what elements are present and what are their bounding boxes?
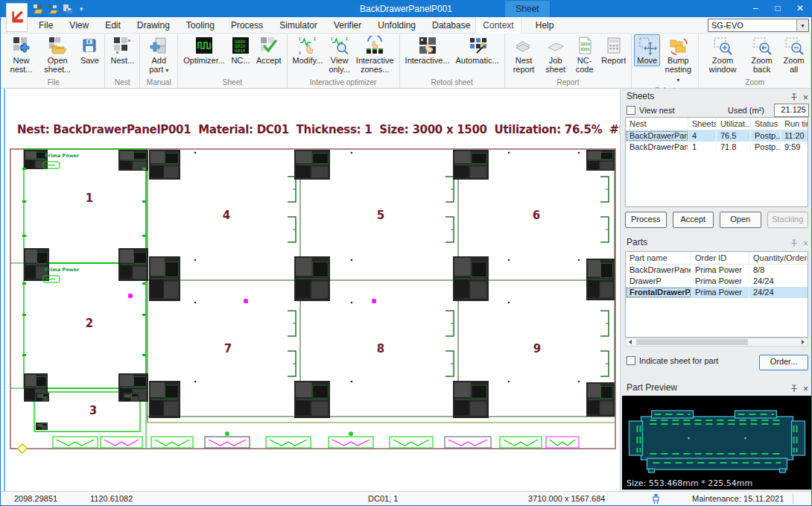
retool-interactive-icon [418, 36, 437, 55]
optimizer-icon [194, 36, 214, 55]
parts-table-row[interactable]: FrontalDrawerP... Prima Power 24/24 [626, 287, 808, 298]
zoom-window-button[interactable]: Zoom window [701, 34, 743, 76]
parts-table-hscrollbar[interactable] [625, 338, 808, 347]
menu-verifier[interactable]: Verifier [326, 17, 369, 34]
sheets-table-row[interactable]: BackDrawerPanel... 4 76.5 Postp... 11:20 [626, 130, 808, 142]
report-button[interactable]: Report [598, 34, 629, 66]
optimizer-button[interactable]: Optimizer... [180, 34, 228, 66]
parts-table-row[interactable]: BackDrawerPanelP Prima Power 8/8 [626, 265, 808, 276]
quick-access-toolbar: ▾ [32, 3, 83, 14]
sheets-table-header[interactable]: Nest Sheets Utilizat... Status Run time [626, 118, 808, 130]
menu-view[interactable]: View [61, 17, 97, 34]
view-only-button[interactable]: 12 View only... [326, 34, 353, 76]
minimize-button[interactable]: – [744, 1, 767, 17]
close-button[interactable]: ✕ [789, 1, 811, 17]
close-icon[interactable]: × [803, 93, 808, 102]
sheets-table[interactable]: Nest Sheets Utilizat... Status Run time … [625, 117, 808, 207]
nest-button[interactable]: Nest... [107, 34, 137, 66]
qat-nest-icon[interactable] [47, 3, 58, 14]
pin-icon[interactable] [790, 91, 798, 104]
nest-drawing[interactable]: 123456789Prima PowerPrima Power [5, 89, 620, 491]
retool-interactive-button[interactable]: Interactive... [402, 34, 453, 66]
pin-icon[interactable] [790, 237, 798, 250]
modify-button[interactable]: 123 Modify... [290, 34, 326, 66]
job-sheet-button[interactable]: Job sheet [541, 34, 571, 76]
close-icon[interactable]: × [803, 239, 808, 248]
nest-canvas-area[interactable]: 123456789Prima PowerPrima Power Nest: Ba… [4, 89, 620, 491]
qat-more-icon[interactable]: ▾ [80, 5, 83, 13]
accept-button[interactable]: Accept [253, 34, 285, 66]
new-nest-button[interactable]: New nest... [4, 34, 38, 76]
ribbon-group-sheet: Optimizer... G00XG02XG01X NC... Accept S… [178, 34, 287, 88]
nc-code-button[interactable]: 10100101 NC-code [571, 34, 598, 76]
svg-text:9: 9 [533, 342, 541, 355]
save-button[interactable]: Save [77, 34, 102, 66]
menu-edit[interactable]: Edit [97, 17, 129, 34]
indicate-sheet-checkbox[interactable] [627, 356, 635, 365]
svg-text:3: 3 [89, 404, 97, 417]
col-quantity[interactable]: Quantity/Ordered [749, 252, 808, 265]
close-icon[interactable]: × [803, 385, 808, 393]
zoom-back-button[interactable]: Zoom back [744, 34, 780, 76]
save-icon [80, 36, 99, 55]
col-order-id[interactable]: Order ID [691, 252, 749, 265]
col-sheets[interactable]: Sheets [688, 118, 717, 130]
qat-save-icon[interactable] [62, 3, 73, 14]
retool-automatic-button[interactable]: Automatic... [453, 34, 502, 66]
nc-button[interactable]: G00XG02XG01X NC... [228, 34, 253, 66]
parts-panel-header: Parts × [621, 235, 812, 249]
nest-report-button[interactable]: Nest report [507, 34, 541, 76]
open-sheet-button[interactable]: Open sheet... [38, 34, 77, 76]
nc-icon: G00XG02XG01X [231, 36, 250, 55]
col-nest[interactable]: Nest [626, 118, 688, 130]
bump-nesting-button[interactable]: Bump nesting ▾ [660, 34, 696, 86]
move-button[interactable]: Move [634, 34, 660, 66]
svg-text:6: 6 [533, 209, 540, 222]
svg-text:G01X: G01X [235, 48, 246, 53]
accept-sheet-button[interactable]: Accept [673, 212, 714, 228]
scrollbar-thumb[interactable] [636, 339, 748, 345]
zoom-all-button[interactable]: Zoom all [779, 34, 808, 76]
sheets-table-row[interactable]: BackDrawerPanel... 1 71.8 Postp... 9:59 [626, 142, 808, 153]
nc-code-label: NC-code [574, 56, 595, 75]
modify-label: Modify... [293, 56, 323, 65]
context-ribbon-tab-sheet[interactable]: Sheet [505, 1, 550, 17]
menu-context[interactable]: Context [475, 17, 521, 34]
order-button[interactable]: Order... [759, 355, 808, 370]
col-status[interactable]: Status [751, 118, 781, 130]
parts-table-header[interactable]: Part name Order ID Quantity/Ordered [626, 252, 808, 265]
menu-unfolding[interactable]: Unfolding [369, 17, 424, 34]
ribbon-group-label-zoom: Zoom [701, 78, 808, 88]
ribbon-group-file: New nest... Open sheet... Save File [2, 34, 105, 88]
app-logo[interactable] [6, 3, 28, 32]
right-panel: Sheets × View nest Used (m²) 21.125 Nest… [620, 89, 812, 491]
process-button[interactable]: Process [625, 212, 667, 228]
col-part-name[interactable]: Part name [626, 252, 691, 265]
menu-simulator[interactable]: Simulator [271, 17, 326, 34]
open-button[interactable]: Open [720, 212, 761, 228]
ribbon-group-label-retool-sheet: Retool sheet [402, 78, 502, 88]
parts-panel-title: Parts [627, 237, 647, 247]
chevron-down-icon[interactable]: ▼ [796, 19, 808, 31]
machine-selector[interactable]: SG-EVO ▼ [708, 19, 809, 32]
qat-open-icon[interactable] [32, 3, 43, 14]
col-runtime[interactable]: Run time [781, 118, 808, 130]
parts-table[interactable]: Part name Order ID Quantity/Ordered Back… [625, 251, 808, 338]
add-part-button[interactable]: Add part ▾ [142, 34, 175, 76]
menu-process[interactable]: Process [223, 17, 271, 34]
ribbon-group-select: Move Bump nesting ▾ Select [632, 34, 699, 88]
maximize-button[interactable]: □ [767, 1, 789, 17]
scroll-right-icon[interactable] [799, 338, 808, 346]
move-label: Move [637, 56, 657, 65]
menu-database[interactable]: Database [424, 17, 478, 34]
menu-tooling[interactable]: Tooling [178, 17, 223, 34]
menu-help[interactable]: Help [527, 17, 562, 34]
col-utilization[interactable]: Utilizat... [717, 118, 751, 130]
menu-drawing[interactable]: Drawing [129, 17, 178, 34]
scroll-left-icon[interactable] [626, 338, 635, 346]
parts-table-row[interactable]: DrawerP Prima Power 24/24 [626, 276, 808, 287]
view-nest-checkbox[interactable] [627, 106, 635, 115]
pin-icon[interactable] [790, 382, 798, 396]
interactive-zones-button[interactable]: Interactive zones... [353, 34, 397, 76]
menu-file[interactable]: File [31, 17, 61, 34]
